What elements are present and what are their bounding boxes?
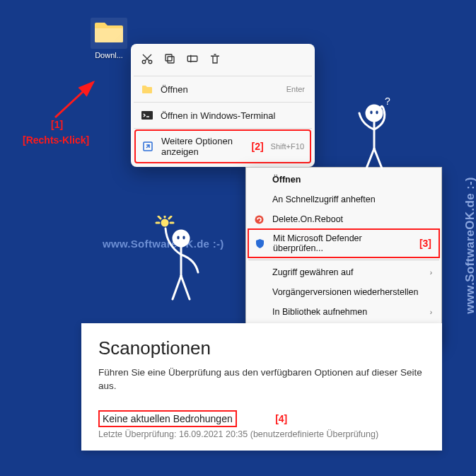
menu-item-open[interactable]: Öffnen <box>248 170 439 190</box>
blank-icon <box>252 193 265 206</box>
menu-item-open[interactable]: Öffnen Enter <box>135 78 310 100</box>
scan-description: Führen Sie eine Überprüfung aus den verf… <box>98 366 425 393</box>
blank-icon <box>252 266 265 279</box>
context-menu-classic: Öffnen An Schnellzugriff anheften Delete… <box>245 167 442 344</box>
menu-item-label: In Bibliothek aufnehmen <box>272 307 367 317</box>
menu-item-more-options[interactable]: Weitere Optionen anzeigen [2] Shift+F10 <box>134 129 311 163</box>
watermark-side: www.SoftwareOK.de :-) <box>463 177 476 314</box>
shield-icon <box>253 237 266 250</box>
svg-point-16 <box>182 236 185 240</box>
blank-icon <box>252 286 265 298</box>
svg-rect-4 <box>166 54 172 61</box>
menu-item-pin-quick[interactable]: An Schnellzugriff anheften <box>248 190 439 209</box>
mascot-thinking: ? <box>349 98 399 175</box>
menu-item-terminal[interactable]: Öffnen in Windows-Terminal <box>135 104 310 127</box>
annotation-1: [1] <box>51 119 63 130</box>
svg-rect-3 <box>168 57 174 63</box>
scan-last-check: Letzte Überprüfung: 16.09.2021 20:35 (be… <box>98 429 425 439</box>
svg-point-12 <box>376 111 378 115</box>
menu-item-label: Delete.On.Reboot <box>272 214 343 224</box>
expand-icon <box>141 140 154 153</box>
separator <box>248 260 439 260</box>
menu-item-defender-scan[interactable]: Mit Microsoft Defender überprüfen... [3] <box>248 228 440 258</box>
blank-icon <box>252 173 265 186</box>
svg-rect-5 <box>187 56 197 62</box>
svg-text:?: ? <box>385 98 390 107</box>
scan-options-panel: Scanoptionen Führen Sie eine Überprüfung… <box>81 323 442 451</box>
svg-point-11 <box>370 111 372 115</box>
menu-toolbar <box>135 48 310 74</box>
folder-icon <box>91 18 127 49</box>
svg-rect-7 <box>141 111 153 120</box>
annotation-3: [3] <box>419 238 431 249</box>
scan-title: Scanoptionen <box>98 337 425 359</box>
menu-item-prev-versions[interactable]: Vorgängerversionen wiederherstellen <box>248 282 439 302</box>
svg-point-9 <box>255 215 263 224</box>
separator <box>134 102 312 103</box>
menu-item-label: Vorgängerversionen wiederherstellen <box>272 287 418 297</box>
mascot-idea <box>151 216 208 308</box>
menu-item-label: Öffnen in Windows-Terminal <box>161 110 275 121</box>
chevron-right-icon: › <box>430 308 432 316</box>
annotation-2: [2] <box>251 141 263 152</box>
menu-item-add-library[interactable]: In Bibliothek aufnehmen › <box>248 302 439 322</box>
copy-icon[interactable] <box>163 52 176 67</box>
menu-item-label: Zugriff gewähren auf <box>272 267 353 277</box>
scan-status-box: Keine aktuellen Bedrohungen <box>98 410 237 427</box>
rename-icon[interactable] <box>186 52 199 67</box>
delete-icon[interactable] <box>209 52 221 67</box>
terminal-icon <box>141 109 153 122</box>
desktop-folder[interactable]: Downl... <box>83 18 134 59</box>
annotation-right-click: [Rechts-Klick] <box>23 134 89 146</box>
menu-item-label: Öffnen <box>272 175 301 185</box>
folder-label: Downl... <box>83 51 134 59</box>
menu-item-label: Öffnen <box>161 84 188 95</box>
shortcut: Shift+F10 <box>271 142 304 151</box>
menu-item-delete-on-reboot[interactable]: Delete.On.Reboot <box>248 209 439 229</box>
scan-status: Keine aktuellen Bedrohungen <box>103 413 233 424</box>
blank-icon <box>252 306 265 318</box>
reboot-icon <box>252 213 265 226</box>
menu-item-label: Weitere Optionen anzeigen <box>161 136 241 157</box>
annotation-4: [4] <box>275 413 287 424</box>
folder-small-icon <box>141 83 153 95</box>
menu-item-grant-access[interactable]: Zugriff gewähren auf › <box>248 262 439 282</box>
menu-item-label: Mit Microsoft Defender überprüfen... <box>273 233 412 253</box>
chevron-right-icon: › <box>430 269 432 277</box>
separator <box>134 76 312 76</box>
svg-line-0 <box>55 82 93 117</box>
svg-point-17 <box>162 220 168 226</box>
svg-point-14 <box>173 231 189 246</box>
context-menu-win11: Öffnen Enter Öffnen in Windows-Terminal … <box>131 44 315 167</box>
svg-point-15 <box>177 236 179 240</box>
shortcut: Enter <box>286 85 305 93</box>
cut-icon[interactable] <box>141 52 153 67</box>
menu-item-label: An Schnellzugriff anheften <box>272 195 376 204</box>
separator <box>134 128 312 129</box>
